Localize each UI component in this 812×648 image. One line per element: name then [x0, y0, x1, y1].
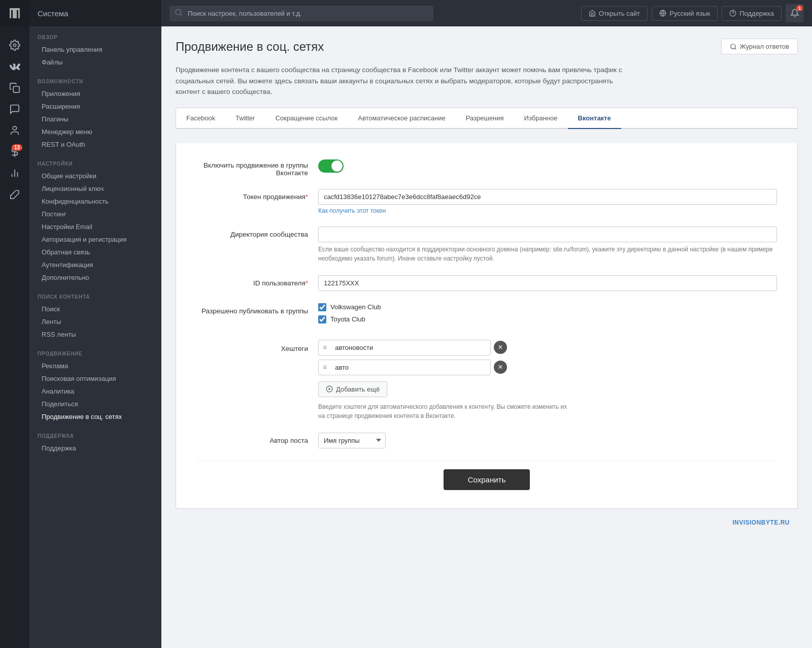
author-row: Автор поста Имя группы Автор контента: [196, 433, 777, 448]
features-section: ВОЗМОЖНОСТИ Приложения Расширения Плагин…: [29, 71, 161, 153]
nav-icon-vk[interactable]: [1, 56, 28, 77]
tab-permissions[interactable]: Разрешения: [456, 108, 514, 129]
sidebar-item-additional[interactable]: Дополнительно: [38, 271, 153, 284]
content-area: Продвижение в соц. сетях Журнал ответов …: [161, 26, 812, 648]
group-toyota-label[interactable]: Toyota Club: [330, 315, 365, 323]
remove-hashtag-1-button[interactable]: ×: [494, 341, 507, 354]
globe-icon: [659, 10, 666, 17]
sidebar-item-email[interactable]: Настройки Email: [38, 220, 153, 233]
user-id-control: [318, 275, 777, 291]
remove-hashtag-2-button[interactable]: ×: [494, 361, 507, 374]
sidebar-item-privacy[interactable]: Конфиденциальность: [38, 195, 153, 208]
user-id-required: *: [306, 279, 308, 287]
sidebar-item-search[interactable]: Поиск: [38, 303, 153, 315]
token-help-link[interactable]: Как получить этот токен: [318, 207, 386, 214]
group-toyota-checkbox[interactable]: [318, 315, 326, 323]
sidebar-item-general[interactable]: Общие настройки: [38, 170, 153, 182]
groups-label: Разрешено публиковать в группы: [196, 303, 308, 315]
search-icon: [175, 9, 183, 18]
sidebar-item-social-promo[interactable]: Продвижение в соц. сетях: [38, 410, 153, 423]
hashtag-row-1: ≡ ×: [318, 340, 777, 355]
logo-icon: [8, 6, 22, 20]
enable-toggle[interactable]: [318, 159, 344, 173]
form-container: Включить продвижение в группы Вконтакте …: [176, 143, 798, 509]
notifications-button[interactable]: 1: [786, 4, 804, 22]
sidebar-item-rss[interactable]: RSS ленты: [38, 328, 153, 341]
sidebar-item-files[interactable]: Файлы: [38, 56, 153, 69]
support-section-title: ПОДДЕРЖКА: [38, 433, 153, 439]
sidebar-item-dashboard[interactable]: Панель управления: [38, 43, 153, 56]
tab-schedule[interactable]: Автоматическое расписание: [348, 108, 456, 129]
tab-favorites[interactable]: Избранное: [514, 108, 568, 129]
enable-label: Включить продвижение в группы Вконтакте: [196, 157, 308, 177]
nav-icon-dollar[interactable]: 13: [1, 141, 28, 163]
svg-point-7: [176, 10, 181, 15]
footer-brand: INVISIONBYTE.RU: [176, 515, 798, 530]
sidebar-item-authentication[interactable]: Аутентификация: [38, 258, 153, 271]
token-input[interactable]: [318, 189, 777, 205]
user-id-input[interactable]: [318, 275, 777, 291]
hashtag-1-wrap: ≡: [318, 340, 491, 355]
sidebar-item-feedback[interactable]: Обратная связь: [38, 246, 153, 258]
page-header: Продвижение в соц. сетях Журнал ответов: [176, 39, 798, 54]
home-icon: [589, 10, 596, 17]
group-vw-label[interactable]: Volkswagen Club: [330, 303, 381, 311]
author-select[interactable]: Имя группы Автор контента: [318, 433, 386, 448]
tab-facebook[interactable]: Facebook: [176, 108, 225, 129]
hashtag-1-input[interactable]: [331, 340, 490, 355]
nav-icon-copy[interactable]: [1, 77, 28, 99]
nav-icon-chat[interactable]: [1, 99, 28, 120]
sidebar-item-feeds[interactable]: Ленты: [38, 315, 153, 328]
hashtags-hint: Введите хэштеги для автоматического доба…: [318, 402, 572, 420]
save-button[interactable]: Сохранить: [444, 469, 530, 490]
sidebar-item-apps[interactable]: Приложения: [38, 87, 153, 100]
hashtag-2-input[interactable]: [331, 360, 490, 375]
sidebar-item-seo[interactable]: Поисковая оптимизация: [38, 372, 153, 385]
language-button[interactable]: Русский язык: [652, 6, 718, 21]
token-row: Токен продвижения* Как получить этот ток…: [196, 189, 777, 214]
sidebar-item-auth-reg[interactable]: Авторизация и регистрация: [38, 233, 153, 246]
search-input[interactable]: [170, 6, 433, 21]
sidebar-item-ads[interactable]: Реклама: [38, 360, 153, 372]
hashtags-row: Хештеги ≡ × ≡ ×: [196, 340, 777, 420]
sidebar-item-posting[interactable]: Постинг: [38, 208, 153, 220]
tab-shortlinks[interactable]: Сокращение ссылок: [265, 108, 348, 129]
add-hashtag-button[interactable]: Добавить ещё: [318, 381, 387, 397]
nav-icon-chart[interactable]: [1, 163, 28, 184]
sidebar-item-plugins[interactable]: Плагины: [38, 113, 153, 125]
sidebar-item-extensions[interactable]: Расширения: [38, 100, 153, 113]
search-bar: [170, 6, 433, 21]
sidebar-item-support[interactable]: Поддержка: [38, 442, 153, 455]
sidebar-item-menu-manager[interactable]: Менеджер меню: [38, 125, 153, 138]
search-content-section: ПОИСК КОНТЕНТА Поиск Ленты RSS ленты: [29, 286, 161, 343]
tabs-bar: Facebook Twitter Сокращение ссылок Автом…: [176, 108, 798, 129]
sidebar-item-license[interactable]: Лицензионный ключ: [38, 182, 153, 195]
community-dir-input[interactable]: [318, 226, 777, 242]
nav-icon-brush[interactable]: [1, 184, 28, 205]
sidebar-item-analytics[interactable]: Аналитика: [38, 385, 153, 398]
community-dir-hint: Если ваше сообщество находится в поддире…: [318, 245, 777, 263]
toggle-wrap: [318, 157, 777, 174]
drag-handle-2[interactable]: ≡: [319, 363, 331, 371]
topbar-actions: Открыть сайт Русский язык Поддержка 1: [581, 4, 804, 22]
sidebar: Система ОБЗОР Панель управления Файлы ВО…: [29, 0, 161, 648]
tab-vkontakte[interactable]: Вконтакте: [568, 108, 621, 129]
nav-icon-settings[interactable]: [1, 35, 28, 56]
community-dir-row: Директория сообщества Если ваше сообщест…: [196, 226, 777, 263]
nav-icon-user[interactable]: [1, 120, 28, 141]
svg-line-14: [734, 48, 736, 49]
sidebar-item-rest-oauth[interactable]: REST и OAuth: [38, 138, 153, 151]
search-title: ПОИСК КОНТЕНТА: [38, 294, 153, 300]
support-button[interactable]: Поддержка: [722, 6, 782, 21]
promo-title: ПРОДВИЖЕНИЕ: [38, 351, 153, 357]
hashtag-row-2: ≡ ×: [318, 360, 777, 375]
tab-twitter[interactable]: Twitter: [225, 108, 265, 129]
settings-section: НАСТРОЙКИ Общие настройки Лицензионный к…: [29, 153, 161, 286]
journal-button[interactable]: Журнал ответов: [721, 39, 798, 54]
sidebar-item-share[interactable]: Поделиться: [38, 398, 153, 410]
open-site-button[interactable]: Открыть сайт: [581, 6, 648, 21]
main-wrapper: Открыть сайт Русский язык Поддержка 1 Пр…: [161, 0, 812, 648]
group-vw-checkbox[interactable]: [318, 303, 326, 311]
hashtag-2-wrap: ≡: [318, 360, 491, 375]
drag-handle-1[interactable]: ≡: [319, 343, 331, 351]
